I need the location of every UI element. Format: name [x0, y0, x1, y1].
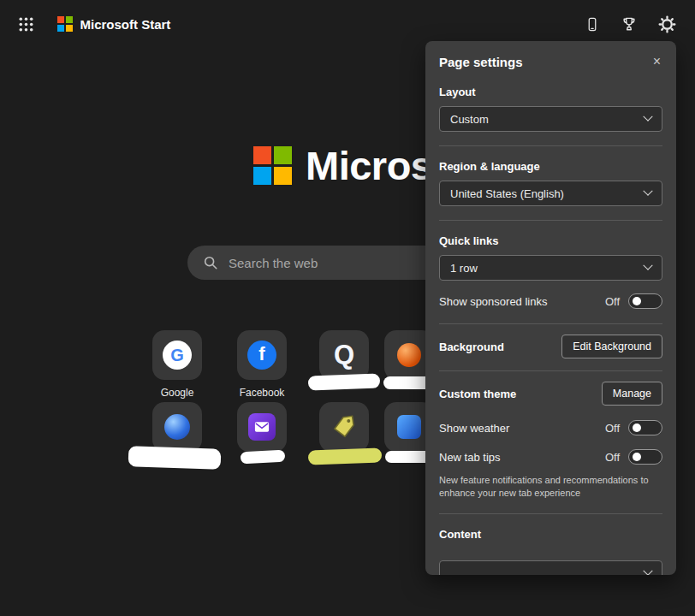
panel-title: Page settings	[439, 55, 523, 69]
blue-orb-icon	[164, 414, 190, 440]
new-tab-tips-toggle[interactable]	[628, 449, 662, 465]
microsoft-logo-icon	[57, 16, 73, 32]
sponsored-links-state: Off	[605, 295, 620, 308]
sponsored-links-row: Show sponsored links Off	[439, 293, 662, 310]
panel-header: Page settings ×	[439, 55, 662, 72]
quick-link-facebook[interactable]: f Facebook	[223, 330, 300, 399]
topbar-actions	[585, 15, 676, 33]
divider	[439, 513, 662, 514]
toggle-knob	[633, 297, 641, 305]
logo-square-yellow	[274, 167, 292, 185]
microsoft-start-page: Microsoft Start	[0, 0, 695, 616]
show-weather-toggle[interactable]	[628, 420, 662, 435]
new-tab-tips-state: Off	[605, 451, 620, 464]
microsoft-logo-large-icon	[253, 146, 292, 185]
toggle-knob	[633, 453, 641, 461]
layout-dropdown[interactable]: Custom	[439, 106, 662, 132]
edit-background-button[interactable]: Edit Background	[561, 335, 662, 358]
custom-theme-label: Custom theme	[439, 388, 516, 400]
brand-home-link[interactable]: Microsoft Start	[57, 16, 170, 32]
chevron-down-icon	[643, 112, 652, 121]
redaction-scribble	[308, 448, 383, 465]
custom-theme-row: Custom theme Manage	[439, 382, 662, 406]
settings-gear-icon	[658, 15, 676, 33]
trophy-icon	[621, 15, 638, 33]
q-letter-icon: Q	[334, 340, 354, 370]
phone-icon	[585, 15, 600, 33]
facebook-glyph: f	[258, 343, 264, 365]
blue-orb-tile	[152, 402, 202, 452]
quick-link-label: Google	[161, 387, 194, 399]
sponsored-links-toggle[interactable]	[628, 293, 662, 309]
redaction-scribble	[308, 374, 381, 391]
logo-square-yellow	[66, 25, 73, 32]
apps-grid-icon	[19, 17, 33, 32]
logo-square-red	[57, 16, 64, 23]
quick-links-dropdown[interactable]: 1 row	[439, 255, 662, 281]
new-tab-tips-label: New tab tips	[439, 451, 605, 464]
quick-links-dropdown-value: 1 row	[450, 262, 478, 275]
divider	[439, 370, 662, 371]
logo-square-blue	[57, 25, 64, 32]
region-dropdown[interactable]: United States (English)	[439, 181, 662, 206]
google-icon: G	[163, 341, 192, 370]
app-launcher-button[interactable]	[19, 17, 33, 32]
quick-link-label: Facebook	[240, 387, 285, 399]
new-tab-tips-row: New tab tips Off	[439, 448, 662, 465]
tag-tile	[319, 402, 369, 452]
content-dropdown[interactable]	[439, 560, 662, 575]
logo-square-red	[253, 146, 271, 164]
blue-square-icon	[397, 415, 421, 439]
divider	[439, 220, 662, 221]
quick-links-section-label: Quick links	[439, 234, 662, 248]
q-tile: Q	[319, 330, 369, 380]
show-weather-state: Off	[605, 422, 620, 435]
background-row: Background Edit Background	[439, 335, 662, 358]
logo-square-blue	[253, 167, 271, 185]
google-tile: G	[152, 330, 202, 380]
tips-description: New feature notifications and recommenda…	[439, 474, 662, 500]
google-glyph: G	[170, 346, 184, 365]
show-weather-label: Show weather	[439, 422, 605, 435]
divider	[439, 323, 662, 324]
tag-icon	[330, 412, 359, 441]
orange-orb-icon	[397, 343, 421, 367]
background-label: Background	[439, 341, 504, 353]
chevron-down-icon	[643, 261, 652, 270]
redaction-scribble	[241, 450, 286, 465]
manage-theme-button[interactable]: Manage	[602, 382, 662, 406]
show-weather-row: Show weather Off	[439, 419, 662, 436]
close-icon[interactable]: ×	[651, 55, 662, 68]
rewards-button[interactable]	[621, 15, 638, 33]
logo-square-green	[66, 16, 73, 23]
mail-tile	[237, 402, 287, 452]
app-title: Microsoft Start	[80, 17, 171, 32]
toggle-knob	[633, 424, 641, 432]
region-dropdown-value: United States (English)	[450, 187, 564, 200]
settings-button[interactable]	[658, 15, 676, 33]
layout-section-label: Layout	[439, 86, 662, 99]
sponsored-links-label: Show sponsored links	[439, 295, 605, 308]
content-section-label: Content	[439, 528, 662, 542]
page-settings-panel: Page settings × Layout Custom Region & l…	[425, 41, 676, 575]
facebook-tile: f	[237, 330, 287, 380]
redaction-scribble	[128, 446, 222, 470]
mobile-layout-button[interactable]	[585, 15, 600, 33]
layout-dropdown-value: Custom	[450, 113, 489, 126]
quick-link-google[interactable]: G Google	[139, 330, 216, 399]
mail-envelope-icon	[248, 413, 276, 441]
logo-square-green	[274, 146, 292, 164]
facebook-icon: f	[247, 341, 276, 370]
region-section-label: Region & language	[439, 160, 662, 174]
chevron-down-icon	[643, 566, 652, 575]
chevron-down-icon	[643, 187, 652, 196]
divider	[439, 145, 662, 146]
search-icon	[203, 255, 218, 270]
